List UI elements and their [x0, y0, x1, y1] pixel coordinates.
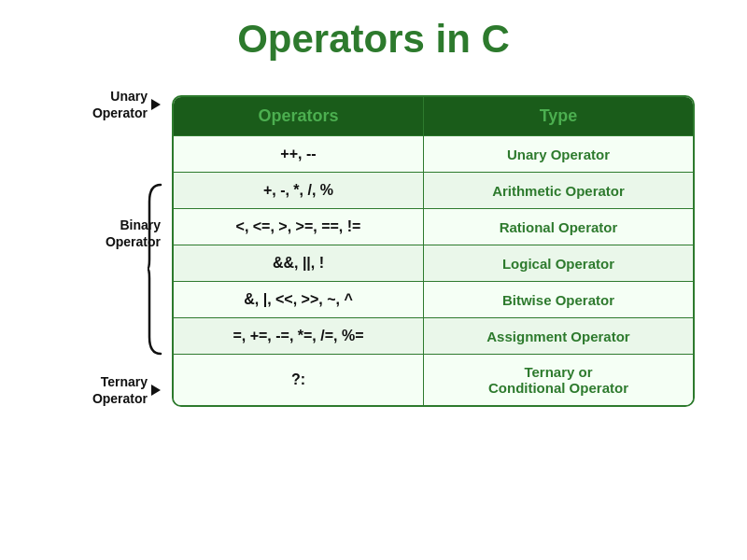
operator-cell: &, |, <<, >>, ~, ^: [174, 282, 423, 318]
table-row: +, -, *, /, %Arithmetic Operator: [174, 173, 693, 209]
table-row: ++, --Unary Operator: [174, 136, 693, 173]
col-header-type: Type: [423, 97, 693, 136]
operators-table-wrapper: Operators Type ++, --Unary Operator+, -,…: [172, 95, 695, 407]
table-row: =, +=, -=, *=, /=, %=Assignment Operator: [174, 318, 693, 355]
operator-cell: ++, --: [174, 136, 423, 173]
type-cell: Logical Operator: [423, 245, 693, 282]
operators-table: Operators Type ++, --Unary Operator+, -,…: [174, 97, 693, 405]
binary-label: BinaryOperator: [106, 217, 161, 250]
table-row: ?:Ternary orConditional Operator: [174, 355, 693, 406]
unary-arrow-icon: [151, 99, 161, 110]
table-header-row: Operators Type: [174, 97, 693, 136]
table-row: &&, ||, !Logical Operator: [174, 245, 693, 282]
col-header-operators: Operators: [174, 97, 423, 136]
type-cell: Ternary orConditional Operator: [423, 355, 693, 406]
ternary-label: TernaryOperator: [92, 373, 161, 407]
ternary-arrow-icon: [151, 385, 161, 396]
type-cell: Rational Operator: [423, 209, 693, 245]
unary-label: UnaryOperator: [92, 88, 161, 121]
main-content: UnaryOperator BinaryOperator TernaryOper…: [28, 78, 719, 424]
operator-cell: +, -, *, /, %: [174, 173, 423, 209]
table-row: &, |, <<, >>, ~, ^Bitwise Operator: [174, 282, 693, 318]
type-cell: Bitwise Operator: [423, 282, 693, 318]
labels-column: UnaryOperator BinaryOperator TernaryOper…: [52, 78, 164, 424]
page-title: Operators in C: [237, 17, 510, 62]
operator-cell: <, <=, >, >=, ==, !=: [174, 209, 423, 245]
type-cell: Assignment Operator: [423, 318, 693, 355]
operator-cell: ?:: [174, 355, 423, 406]
operator-cell: =, +=, -=, *=, /=, %=: [174, 318, 423, 355]
operator-cell: &&, ||, !: [174, 245, 423, 282]
binary-brace: [146, 183, 162, 356]
table-row: <, <=, >, >=, ==, !=Rational Operator: [174, 209, 693, 245]
type-cell: Unary Operator: [423, 136, 693, 173]
type-cell: Arithmetic Operator: [423, 173, 693, 209]
